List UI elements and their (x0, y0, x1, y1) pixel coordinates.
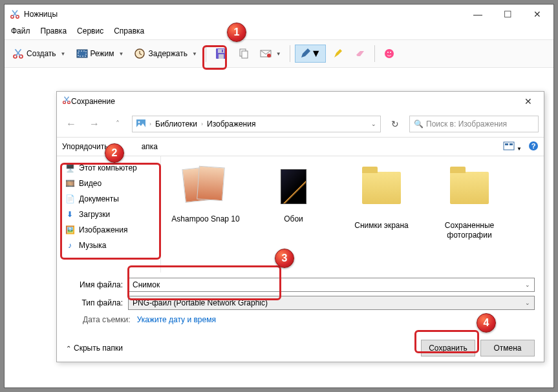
svg-rect-10 (222, 50, 223, 52)
date-row: Дата съемки: Укажите дату и время (66, 314, 535, 331)
highlighter-icon (332, 48, 344, 59)
folder-item[interactable]: Обои (258, 165, 329, 240)
date-link[interactable]: Укажите дату и время (137, 315, 216, 324)
window-controls: — ☐ ✕ (463, 5, 552, 24)
svg-point-17 (390, 52, 391, 53)
dialog-close-button[interactable]: ✕ (515, 92, 541, 111)
sidebar-label: Этот компьютер (79, 163, 137, 172)
dialog-title: Сохранение (71, 97, 515, 106)
address-bar[interactable]: › Библиотеки › Изображения ⌄ (132, 116, 381, 132)
titlebar: Ножницы — ☐ ✕ (5, 5, 553, 24)
svg-point-15 (385, 49, 394, 58)
scissors-icon (10, 9, 20, 19)
back-button[interactable]: ← (62, 115, 80, 133)
pictures-lib-icon (136, 119, 145, 129)
sidebar-label: Музыка (79, 241, 106, 250)
sidebar-label: Видео (79, 179, 102, 188)
mode-button[interactable]: Режим ▼ (72, 45, 128, 62)
step-badge-4: 4 (477, 313, 496, 333)
paint3d-button[interactable] (380, 45, 399, 62)
cancel-button[interactable]: Отмена (480, 340, 535, 356)
folder-item[interactable]: Снимки экрана (346, 165, 417, 240)
view-button[interactable]: ▼ (503, 141, 522, 152)
hide-folders-button[interactable]: Скрыть папки (74, 344, 123, 353)
forward-button[interactable]: → (85, 115, 103, 133)
menubar: Файл Правка Сервис Справка (5, 24, 553, 39)
svg-rect-24 (510, 143, 513, 145)
svg-point-16 (387, 52, 389, 53)
step-badge-2: 2 (105, 143, 124, 163)
rectangle-icon (76, 48, 88, 59)
search-icon: 🔍 (414, 119, 424, 129)
copy-button[interactable] (234, 45, 253, 62)
delay-button[interactable]: Задержать ▼ (130, 45, 200, 62)
music-icon: ♪ (65, 240, 75, 251)
eraser-button[interactable] (350, 45, 370, 62)
download-icon: ⬇ (65, 209, 75, 220)
mail-button[interactable]: ▼ (256, 45, 285, 62)
crumb-sep: › (149, 121, 151, 127)
app-window: Ножницы — ☐ ✕ Файл Правка Сервис Справка… (4, 4, 554, 388)
paint3d-icon (383, 48, 395, 59)
folder-content[interactable]: Ashampoo Snap 10 Обои Снимки экрана Сохр… (160, 156, 544, 273)
sidebar-item-downloads[interactable]: ⬇Загрузки (58, 207, 160, 222)
svg-rect-8 (218, 49, 224, 53)
create-button[interactable]: Создать ▼ (8, 45, 70, 62)
window-title: Ножницы (24, 10, 463, 19)
sidebar-item-pc[interactable]: 🖥️Этот компьютер (58, 160, 160, 176)
chevron-down-icon: ▼ (276, 51, 281, 57)
form-area: Имя файла: Снимок⌄ Тип файла: PNG-файл (… (57, 273, 544, 333)
folder-label: Снимки экрана (346, 221, 417, 231)
separator (206, 45, 206, 62)
folder-item[interactable]: Сохраненные фотографии (434, 165, 505, 240)
chevron-down-icon: ▼ (311, 48, 321, 59)
mail-icon (260, 48, 272, 59)
sidebar-item-images[interactable]: 🖼️Изображения (58, 222, 160, 238)
highlighter-button[interactable] (328, 45, 348, 62)
sidebar-item-docs[interactable]: 📄Документы (58, 191, 160, 207)
chevron-down-icon[interactable]: ⌄ (371, 121, 376, 127)
menu-service[interactable]: Сервис (73, 25, 107, 37)
crumb-libraries[interactable]: Библиотеки (155, 119, 197, 129)
maximize-button[interactable]: ☐ (493, 5, 522, 24)
svg-text:?: ? (531, 142, 536, 150)
filename-input[interactable]: Снимок⌄ (128, 278, 535, 292)
minimize-button[interactable]: — (463, 5, 493, 24)
svg-rect-23 (505, 143, 508, 145)
save-dialog: Сохранение ✕ ← → ˄ › Библиотеки › Изобра… (56, 91, 544, 362)
chevron-down-icon[interactable]: ⌄ (525, 300, 530, 306)
scissors-icon (62, 96, 71, 107)
folder-label: Сохраненные фотографии (434, 221, 505, 240)
floppy-disk-icon (215, 47, 228, 60)
svg-point-14 (267, 54, 271, 57)
svg-rect-12 (242, 51, 248, 58)
save-confirm-button[interactable]: Сохранить (421, 340, 475, 356)
search-input[interactable]: 🔍 Поиск в: Изображения (409, 116, 539, 132)
pen-icon (299, 48, 311, 59)
newfolder-button[interactable]: апка (142, 142, 158, 151)
crumb-images[interactable]: Изображения (207, 119, 255, 129)
up-button[interactable]: ˄ (109, 115, 127, 133)
folder-item[interactable]: Ashampoo Snap 10 (170, 165, 241, 240)
refresh-button[interactable]: ↻ (386, 115, 404, 133)
sidebar-item-video[interactable]: 🎞️Видео (58, 176, 160, 191)
pen-button[interactable]: ▼ (295, 45, 326, 63)
create-label: Создать (27, 49, 56, 58)
pc-icon: 🖥️ (65, 163, 75, 173)
dialog-bottom: ⌃ Скрыть папки Сохранить Отмена (57, 333, 544, 363)
eraser-icon (354, 48, 366, 59)
step-badge-3: 3 (275, 249, 294, 268)
chevron-down-icon[interactable]: ⌄ (525, 282, 530, 288)
sidebar-item-music[interactable]: ♪Музыка (58, 238, 160, 253)
save-button[interactable] (211, 43, 231, 64)
svg-rect-22 (504, 142, 514, 150)
help-button[interactable]: ? (528, 141, 539, 153)
crumb-sep: › (201, 121, 203, 127)
menu-file[interactable]: Файл (7, 25, 34, 37)
menu-help[interactable]: Справка (110, 25, 148, 37)
close-button[interactable]: ✕ (522, 5, 552, 24)
filetype-select[interactable]: PNG-файл (Portable Network Graphic)⌄ (128, 296, 535, 310)
separator (290, 45, 290, 62)
folder-label: Ashampoo Snap 10 (170, 214, 241, 224)
menu-edit[interactable]: Правка (37, 25, 71, 37)
